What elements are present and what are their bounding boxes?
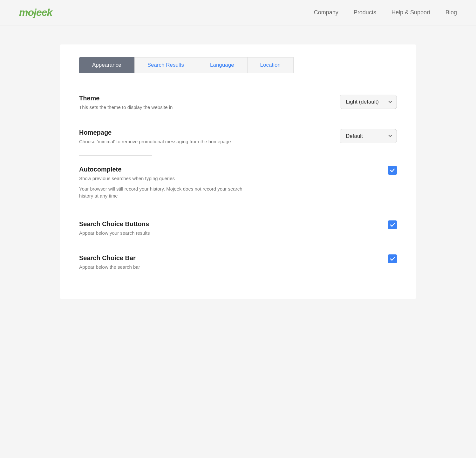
main-nav: Company Products Help & Support Blog	[314, 9, 457, 16]
autocomplete-checkbox[interactable]	[388, 166, 397, 175]
settings-tabs: Appearance Search Results Language Locat…	[79, 44, 397, 73]
search-choice-bar-checkbox[interactable]	[388, 254, 397, 263]
tab-language[interactable]: Language	[197, 57, 247, 73]
tab-appearance[interactable]: Appearance	[79, 57, 134, 73]
nav-company[interactable]: Company	[314, 9, 338, 16]
autocomplete-note: Your browser will still record your hist…	[79, 185, 251, 200]
theme-control: Light (default) Dark Auto	[340, 95, 397, 109]
tab-location[interactable]: Location	[247, 57, 294, 73]
homepage-title: Homepage	[79, 129, 231, 136]
autocomplete-control	[388, 166, 397, 175]
divider-2	[79, 210, 152, 210]
checkmark-icon	[390, 222, 395, 228]
search-choice-bar-text: Search Choice Bar Appear below the searc…	[79, 254, 140, 271]
search-choice-buttons-title: Search Choice Buttons	[79, 220, 150, 228]
nav-help-support[interactable]: Help & Support	[391, 9, 430, 16]
search-choice-buttons-setting: Search Choice Buttons Appear below your …	[79, 212, 397, 246]
homepage-text: Homepage Choose 'minimal' to remove prom…	[79, 129, 231, 145]
nav-products[interactable]: Products	[354, 9, 376, 16]
homepage-setting: Homepage Choose 'minimal' to remove prom…	[79, 120, 397, 154]
search-choice-buttons-control	[388, 220, 397, 229]
tab-search-results[interactable]: Search Results	[134, 57, 197, 73]
autocomplete-text: Autocomplete Show previous searches when…	[79, 166, 251, 200]
theme-setting: Theme This sets the theme to display the…	[79, 86, 397, 120]
search-choice-bar-title: Search Choice Bar	[79, 254, 140, 262]
search-choice-bar-setting: Search Choice Bar Appear below the searc…	[79, 246, 397, 280]
nav-blog[interactable]: Blog	[445, 9, 457, 16]
theme-title: Theme	[79, 95, 173, 102]
theme-select[interactable]: Light (default) Dark Auto	[340, 95, 397, 109]
search-choice-bar-control	[388, 254, 397, 263]
search-choice-buttons-text: Search Choice Buttons Appear below your …	[79, 220, 150, 237]
theme-description: This sets the theme to display the websi…	[79, 104, 173, 111]
checkmark-icon	[390, 167, 395, 173]
autocomplete-description: Show previous searches when typing queri…	[79, 175, 251, 182]
theme-text: Theme This sets the theme to display the…	[79, 95, 173, 111]
autocomplete-title: Autocomplete	[79, 166, 251, 173]
search-choice-buttons-description: Appear below your search results	[79, 230, 150, 237]
homepage-description: Choose 'minimal' to remove promotional m…	[79, 138, 231, 145]
checkmark-icon	[390, 256, 395, 262]
homepage-control: Default Minimal	[340, 129, 397, 143]
autocomplete-setting: Autocomplete Show previous searches when…	[79, 157, 397, 209]
homepage-select[interactable]: Default Minimal	[340, 129, 397, 143]
logo[interactable]: mojeek	[19, 7, 52, 18]
site-header: mojeek Company Products Help & Support B…	[0, 0, 476, 25]
search-choice-bar-description: Appear below the search bar	[79, 264, 140, 271]
main-content: Appearance Search Results Language Locat…	[60, 44, 416, 299]
search-choice-buttons-checkbox[interactable]	[388, 220, 397, 229]
divider-1	[79, 155, 152, 156]
